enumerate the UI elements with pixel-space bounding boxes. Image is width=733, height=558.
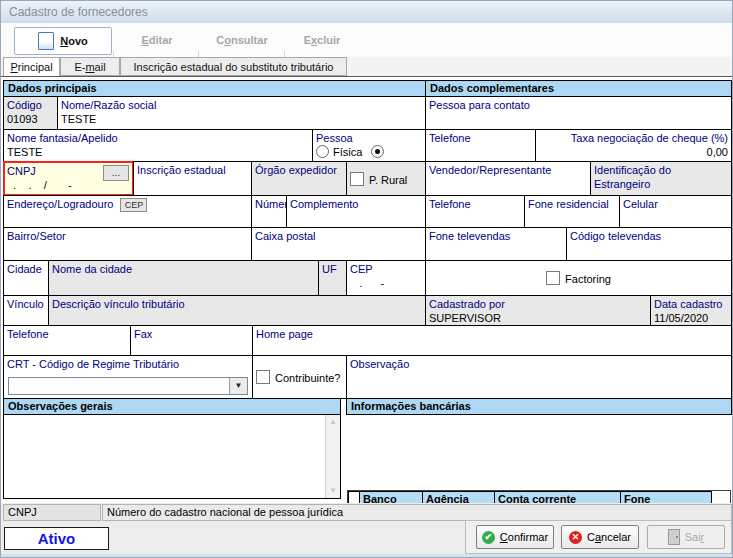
cep-field[interactable]: CEP . -: [346, 260, 426, 296]
data-cadastro-field: Data cadastro 11/05/2020: [650, 295, 732, 326]
tab-inscricao-estadual[interactable]: Inscrição estadual do substituto tributá…: [120, 57, 347, 76]
status-badge-ativo: Ativo: [4, 527, 109, 550]
cep-lookup-button[interactable]: CEP: [120, 198, 147, 212]
cancelar-label: Cancelar: [587, 531, 631, 543]
status-field-hint: Número do cadastro nacional de pessoa ju…: [102, 504, 732, 521]
tab-email[interactable]: E-mail: [60, 57, 120, 76]
toolbar: Novo Editar Consultar Excluir: [1, 23, 733, 57]
contribuinte-checkbox[interactable]: Contribuinte?: [256, 370, 343, 385]
orgao-expedidor-field[interactable]: Órgão expedidor: [251, 161, 347, 196]
supplier-registration-window: Cadastro de fornecedores Novo Editar Con…: [0, 0, 733, 558]
fisica-radio[interactable]: Física: [316, 146, 362, 158]
action-button-panel: ✔ Confirmar ✕ Cancelar Sair: [465, 520, 732, 554]
confirmar-button[interactable]: ✔ Confirmar: [476, 525, 554, 549]
checkbox-unchecked-icon: [350, 172, 364, 186]
vendedor-field[interactable]: Vendedor/Representante: [425, 161, 591, 196]
chevron-down-icon[interactable]: ▼: [229, 378, 247, 394]
taxa-negociacao-field[interactable]: Taxa negociação de cheque (%) 0,00: [535, 129, 732, 162]
dados-principais-header: Dados principais: [3, 80, 426, 97]
tab-inscricao-label: Inscrição estadual do substituto tributá…: [134, 61, 334, 73]
bairro-field[interactable]: Bairro/Setor: [3, 227, 252, 261]
confirmar-label: Confirmar: [500, 531, 548, 543]
cadastrado-por-field: Cadastrado por SUPERVISOR: [425, 295, 651, 326]
footer-bar: Ativo ✔ Confirmar ✕ Cancelar Sair: [1, 522, 733, 554]
dados-complementares-header: Dados complementares: [425, 80, 732, 97]
caixa-postal-field[interactable]: Caixa postal: [251, 227, 426, 261]
observacao-field[interactable]: Observação: [346, 355, 732, 399]
status-field-name: CNPJ: [3, 504, 101, 521]
razao-social-field[interactable]: Nome/Razão social TESTE: [57, 96, 426, 130]
factoring-field: Factoring: [425, 260, 732, 296]
informacoes-bancarias-header: Informações bancárias: [346, 398, 732, 415]
observacoes-gerais-header: Observações gerais: [3, 398, 341, 415]
cidade-field[interactable]: Cidade: [3, 260, 49, 296]
checkbox-unchecked-icon: [256, 370, 270, 384]
nome-fantasia-field[interactable]: Nome fantasia/Apelido TESTE: [3, 129, 313, 162]
vertical-scrollbar[interactable]: ▲ ▼: [325, 415, 340, 498]
telefone2-field[interactable]: Telefone: [425, 195, 525, 228]
cnpj-lookup-button[interactable]: ...: [103, 165, 129, 181]
fone-residencial-field[interactable]: Fone residencial: [524, 195, 620, 228]
complemento-field[interactable]: Complemento: [286, 195, 426, 228]
vinculo-descricao-field[interactable]: Descrição vínculo tributário: [48, 295, 426, 326]
endereco-field[interactable]: Endereço/Logradouro CEP: [3, 195, 252, 228]
sair-button[interactable]: Sair: [647, 525, 725, 549]
window-title: Cadastro de fornecedores: [9, 5, 148, 19]
radio-unchecked-icon: [316, 145, 329, 158]
pessoa-contato-field[interactable]: Pessoa para contato: [425, 96, 732, 130]
factoring-checkbox[interactable]: Factoring: [429, 271, 728, 286]
nome-cidade-field[interactable]: Nome da cidade: [48, 260, 319, 296]
observacoes-gerais-textarea[interactable]: ▲ ▼: [3, 414, 341, 499]
uf-field[interactable]: UF: [318, 260, 347, 296]
editar-label: Editar: [141, 34, 172, 46]
exit-door-icon: [668, 529, 680, 545]
scroll-up-icon[interactable]: ▲: [326, 415, 340, 429]
p-rural-field: P. Rural: [346, 161, 426, 196]
novo-button[interactable]: Novo: [14, 27, 112, 55]
crt-combobox[interactable]: ▼: [8, 377, 248, 395]
identificacao-estrangeiro-field[interactable]: Identificação do Estrangeiro: [590, 161, 732, 196]
checkbox-unchecked-icon: [546, 271, 560, 285]
scroll-down-icon[interactable]: ▼: [326, 484, 340, 498]
fax-field[interactable]: Fax: [130, 325, 253, 356]
tab-strip: Principal E-mail Inscrição estadual do s…: [1, 57, 733, 77]
cancelar-button[interactable]: ✕ Cancelar: [561, 525, 639, 549]
title-bar: Cadastro de fornecedores: [1, 1, 733, 24]
radio-checked-icon: [371, 145, 384, 158]
x-circle-icon: ✕: [569, 531, 582, 544]
tab-principal-label: Principal: [10, 61, 52, 73]
novo-label: Novo: [60, 35, 88, 47]
sair-label: Sair: [685, 531, 705, 543]
numero-field[interactable]: Número: [251, 195, 287, 228]
form-area: Dados principais Dados complementares Có…: [1, 77, 733, 503]
vinculo-field[interactable]: Vínculo: [3, 295, 49, 326]
excluir-button[interactable]: Excluir: [288, 27, 356, 53]
new-document-icon: [38, 32, 54, 50]
editar-button[interactable]: Editar: [119, 27, 195, 53]
crt-field: CRT - Código de Regime Tributário ▼: [3, 355, 253, 399]
pessoa-field: Pessoa Física Jurídica: [312, 129, 426, 162]
consultar-button[interactable]: Consultar: [201, 27, 283, 53]
p-rural-checkbox[interactable]: P. Rural: [350, 172, 422, 187]
cnpj-field-highlighted[interactable]: CNPJ ... . . / -: [3, 161, 134, 196]
check-circle-icon: ✔: [482, 531, 495, 544]
codigo-televendas-field[interactable]: Código televendas: [566, 227, 732, 261]
telefone-field[interactable]: Telefone: [3, 325, 131, 356]
codigo-field[interactable]: Código 01093: [3, 96, 58, 130]
pessoa-radios: Física Jurídica: [316, 145, 422, 162]
fone-televendas-field[interactable]: Fone televendas: [425, 227, 567, 261]
tab-email-label: E-mail: [74, 61, 105, 73]
homepage-field[interactable]: Home page: [252, 325, 732, 356]
inscricao-estadual-field[interactable]: Inscrição estadual: [133, 161, 252, 196]
consultar-label: Consultar: [216, 34, 267, 46]
contribuinte-field: Contribuinte?: [252, 355, 347, 399]
window-bottom-edge: [1, 554, 733, 558]
telefone-contato-field[interactable]: Telefone: [425, 129, 536, 162]
excluir-label: Excluir: [304, 34, 341, 46]
tab-principal[interactable]: Principal: [3, 57, 60, 76]
celular-field[interactable]: Celular: [619, 195, 732, 228]
